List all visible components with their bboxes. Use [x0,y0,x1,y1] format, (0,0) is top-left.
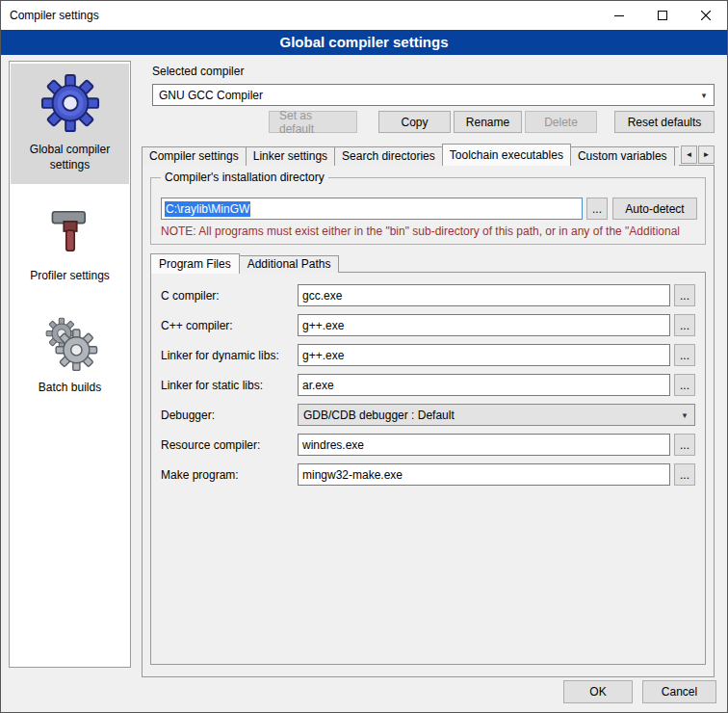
program-files-panel: C compiler: ... C++ compiler: ... Linker… [150,272,706,665]
close-icon [701,11,711,20]
auto-detect-button[interactable]: Auto-detect [612,198,697,220]
tab-additional-paths[interactable]: Additional Paths [239,255,340,273]
field-row-c-compiler: C compiler: ... [161,284,695,306]
installation-directory-group: Compiler's installation directory C:\ray… [150,177,706,245]
resource-compiler-label: Resource compiler: [161,438,298,452]
compiler-settings-window: Compiler settings Global compiler settin… [0,0,728,713]
set-as-default-button[interactable]: Set as default [269,111,357,133]
resource-compiler-browse-button[interactable]: ... [674,434,695,456]
tab-program-files[interactable]: Program Files [150,253,240,274]
cpp-compiler-input[interactable] [298,314,670,336]
sidebar-item-label: Global compiler settings [13,143,126,172]
debugger-combo[interactable]: GDB/CDB debugger : Default ▾ [298,404,695,426]
ok-button[interactable]: OK [563,680,633,703]
selected-compiler-value: GNU GCC Compiler [159,89,263,102]
selected-compiler-label: Selected compiler [152,65,244,78]
program-files-tab-strip: Program Files Additional Paths [150,252,339,273]
field-row-resource-compiler: Resource compiler: ... [161,434,695,456]
titlebar: Compiler settings [1,1,727,30]
sidebar-item-label: Batch builds [39,381,101,396]
close-button[interactable] [684,1,727,30]
make-program-input[interactable] [298,463,670,486]
installation-directory-row: C:\raylib\MinGW ... Auto-detect [161,198,697,220]
debugger-value: GDB/CDB debugger : Default [303,409,455,422]
tab-search-directories[interactable]: Search directories [334,146,443,166]
window-title: Compiler settings [10,9,99,22]
installation-directory-browse-button[interactable]: ... [586,198,608,220]
cpp-compiler-label: C++ compiler: [161,319,298,332]
c-compiler-label: C compiler: [161,289,298,303]
tab-custom-variables[interactable]: Custom variables [570,146,675,166]
sidebar-item-profiler-settings[interactable]: Profiler settings [11,194,129,296]
field-row-linker-dynamic: Linker for dynamic libs: ... [161,344,695,366]
dialog-header: Global compiler settings [1,30,727,55]
field-row-linker-static: Linker for static libs: ... [161,374,695,396]
sidebar-item-global-compiler-settings[interactable]: Global compiler settings [11,64,129,184]
cancel-button[interactable]: Cancel [642,680,716,703]
tab-toolchain-executables[interactable]: Toolchain executables [442,144,571,166]
make-program-label: Make program: [161,468,298,482]
field-row-cpp-compiler: C++ compiler: ... [161,314,695,336]
debugger-label: Debugger: [161,409,298,422]
sidebar-item-label: Profiler settings [30,269,110,284]
c-compiler-input[interactable] [298,284,670,306]
tab-scroll-right-button[interactable]: ► [698,145,715,164]
tab-linker-settings[interactable]: Linker settings [246,146,335,166]
chevron-down-icon: ▾ [695,86,713,104]
main-area: Selected compiler GNU GCC Compiler ▾ Set… [142,61,715,687]
tab-scroll-arrows: ◄ ► [681,145,715,164]
make-program-browse-button[interactable]: ... [674,463,695,486]
installation-directory-input[interactable]: C:\raylib\MinGW [161,198,583,220]
linker-dynamic-input[interactable] [298,344,670,366]
linker-static-input[interactable] [298,374,670,396]
gears-icon [42,315,98,371]
linker-static-label: Linker for static libs: [161,379,298,392]
installation-directory-value: C:\raylib\MinGW [165,201,250,217]
tab-compiler-settings[interactable]: Compiler settings [142,146,247,166]
linker-static-browse-button[interactable]: ... [674,374,695,396]
reset-defaults-button[interactable]: Reset defaults [614,111,715,133]
window-controls [597,1,727,30]
resource-compiler-input[interactable] [298,434,670,456]
linker-dynamic-label: Linker for dynamic libs: [161,349,298,362]
cpp-compiler-browse-button[interactable]: ... [674,314,695,336]
tab-scroll-left-button[interactable]: ◄ [681,145,697,164]
settings-sidebar: Global compiler settings Profiler settin… [9,61,131,668]
tab-build-options[interactable]: Buil [674,146,679,166]
profiler-icon [44,203,96,259]
installation-directory-group-label: Compiler's installation directory [161,171,328,184]
maximize-icon [658,11,667,20]
c-compiler-browse-button[interactable]: ... [674,284,695,306]
rename-button[interactable]: Rename [454,111,522,133]
compiler-buttons-row: Set as default Copy Rename Delete Reset … [152,111,715,133]
installation-note: NOTE: All programs must exist either in … [161,224,703,238]
selected-compiler-combo[interactable]: GNU GCC Compiler ▾ [152,84,715,106]
toolchain-executables-panel: Compiler's installation directory C:\ray… [142,165,715,677]
gear-icon [40,73,100,133]
minimize-icon [614,11,624,20]
field-row-debugger: Debugger: GDB/CDB debugger : Default ▾ [161,404,695,426]
tabs: Compiler settings Linker settings Search… [142,143,679,166]
maximize-button[interactable] [640,1,684,30]
delete-button[interactable]: Delete [525,111,597,133]
linker-dynamic-browse-button[interactable]: ... [674,344,695,366]
field-row-make-program: Make program: ... [161,463,695,486]
copy-button[interactable]: Copy [378,111,451,133]
sidebar-item-batch-builds[interactable]: Batch builds [11,305,129,408]
tab-strip: Compiler settings Linker settings Search… [142,143,715,166]
minimize-button[interactable] [597,1,640,30]
chevron-down-icon: ▾ [676,406,693,424]
